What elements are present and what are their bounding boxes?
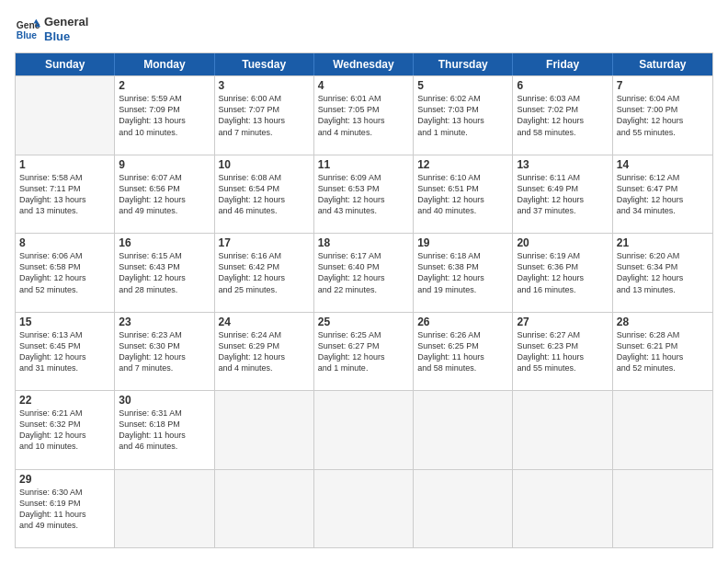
empty-cell — [513, 391, 612, 468]
day-number: 3 — [219, 79, 310, 92]
day-info: Sunrise: 6:27 AM Sunset: 6:23 PM Dayligh… — [517, 329, 608, 374]
day-cell-7: 7Sunrise: 6:04 AM Sunset: 7:00 PM Daylig… — [613, 76, 712, 154]
day-cell-17: 17Sunrise: 6:16 AM Sunset: 6:42 PM Dayli… — [215, 234, 314, 311]
day-cell-24: 24Sunrise: 6:24 AM Sunset: 6:29 PM Dayli… — [215, 313, 314, 390]
calendar-row-0: 2Sunrise: 5:59 AM Sunset: 7:09 PM Daylig… — [16, 75, 712, 154]
day-info: Sunrise: 6:25 AM Sunset: 6:27 PM Dayligh… — [318, 329, 409, 374]
day-cell-16: 16Sunrise: 6:15 AM Sunset: 6:43 PM Dayli… — [115, 234, 214, 311]
day-info: Sunrise: 6:30 AM Sunset: 6:19 PM Dayligh… — [19, 487, 110, 532]
header-day-friday: Friday — [513, 53, 612, 75]
day-info: Sunrise: 6:26 AM Sunset: 6:25 PM Dayligh… — [417, 329, 508, 374]
day-info: Sunrise: 6:02 AM Sunset: 7:03 PM Dayligh… — [417, 93, 508, 138]
empty-cell — [16, 76, 115, 154]
day-cell-14: 14Sunrise: 6:12 AM Sunset: 6:47 PM Dayli… — [613, 155, 712, 233]
day-info: Sunrise: 6:01 AM Sunset: 7:05 PM Dayligh… — [318, 93, 409, 138]
day-info: Sunrise: 6:15 AM Sunset: 6:43 PM Dayligh… — [119, 250, 210, 295]
day-info: Sunrise: 6:31 AM Sunset: 6:18 PM Dayligh… — [119, 408, 210, 453]
day-number: 4 — [318, 79, 409, 92]
calendar: SundayMondayTuesdayWednesdayThursdayFrid… — [15, 52, 713, 548]
day-info: Sunrise: 6:08 AM Sunset: 6:54 PM Dayligh… — [219, 172, 310, 217]
day-cell-25: 25Sunrise: 6:25 AM Sunset: 6:27 PM Dayli… — [314, 313, 414, 390]
empty-cell — [215, 470, 314, 547]
day-info: Sunrise: 6:10 AM Sunset: 6:51 PM Dayligh… — [417, 172, 508, 217]
day-number: 7 — [617, 79, 709, 92]
logo: General Blue General Blue — [15, 15, 88, 43]
calendar-row-3: 15Sunrise: 6:13 AM Sunset: 6:45 PM Dayli… — [16, 312, 712, 390]
day-cell-29: 29Sunrise: 6:30 AM Sunset: 6:19 PM Dayli… — [16, 470, 115, 547]
day-number: 28 — [617, 316, 709, 328]
day-number: 29 — [19, 473, 110, 486]
day-cell-5: 5Sunrise: 6:02 AM Sunset: 7:03 PM Daylig… — [414, 76, 513, 154]
empty-cell — [314, 391, 414, 468]
calendar-row-2: 8Sunrise: 6:06 AM Sunset: 6:58 PM Daylig… — [16, 233, 712, 311]
day-cell-4: 4Sunrise: 6:01 AM Sunset: 7:05 PM Daylig… — [314, 76, 414, 154]
day-info: Sunrise: 6:00 AM Sunset: 7:07 PM Dayligh… — [219, 93, 310, 138]
page: General Blue General Blue SundayMondayTu… — [0, 0, 728, 563]
day-number: 24 — [219, 316, 310, 328]
calendar-row-4: 22Sunrise: 6:21 AM Sunset: 6:32 PM Dayli… — [16, 390, 712, 468]
day-info: Sunrise: 6:17 AM Sunset: 6:40 PM Dayligh… — [318, 250, 409, 295]
day-cell-6: 6Sunrise: 6:03 AM Sunset: 7:02 PM Daylig… — [513, 76, 612, 154]
calendar-row-1: 1Sunrise: 5:58 AM Sunset: 7:11 PM Daylig… — [16, 155, 712, 233]
day-cell-13: 13Sunrise: 6:11 AM Sunset: 6:49 PM Dayli… — [513, 155, 612, 233]
day-number: 21 — [617, 236, 709, 249]
calendar-row-5: 29Sunrise: 6:30 AM Sunset: 6:19 PM Dayli… — [16, 469, 712, 547]
day-number: 15 — [19, 316, 110, 328]
day-number: 30 — [119, 394, 210, 407]
day-info: Sunrise: 6:24 AM Sunset: 6:29 PM Dayligh… — [219, 329, 310, 374]
day-cell-9: 9Sunrise: 6:07 AM Sunset: 6:56 PM Daylig… — [115, 155, 214, 233]
day-number: 11 — [318, 158, 409, 171]
day-number: 13 — [517, 158, 608, 171]
header-day-tuesday: Tuesday — [215, 53, 314, 75]
day-number: 23 — [119, 316, 210, 328]
empty-cell — [513, 470, 612, 547]
day-number: 25 — [318, 316, 409, 328]
day-cell-19: 19Sunrise: 6:18 AM Sunset: 6:38 PM Dayli… — [414, 234, 513, 311]
day-info: Sunrise: 5:59 AM Sunset: 7:09 PM Dayligh… — [119, 93, 210, 138]
day-cell-15: 15Sunrise: 6:13 AM Sunset: 6:45 PM Dayli… — [16, 313, 115, 390]
day-cell-8: 8Sunrise: 6:06 AM Sunset: 6:58 PM Daylig… — [16, 234, 115, 311]
day-info: Sunrise: 6:04 AM Sunset: 7:00 PM Dayligh… — [617, 93, 709, 138]
day-info: Sunrise: 6:13 AM Sunset: 6:45 PM Dayligh… — [19, 329, 110, 374]
day-number: 12 — [417, 158, 508, 171]
day-number: 1 — [19, 158, 110, 171]
day-cell-11: 11Sunrise: 6:09 AM Sunset: 6:53 PM Dayli… — [314, 155, 414, 233]
header: General Blue General Blue — [15, 15, 713, 43]
day-info: Sunrise: 6:16 AM Sunset: 6:42 PM Dayligh… — [219, 250, 310, 295]
day-number: 2 — [119, 79, 210, 92]
day-cell-21: 21Sunrise: 6:20 AM Sunset: 6:34 PM Dayli… — [613, 234, 712, 311]
calendar-body: 2Sunrise: 5:59 AM Sunset: 7:09 PM Daylig… — [16, 75, 712, 547]
day-number: 26 — [417, 316, 508, 328]
day-number: 19 — [417, 236, 508, 249]
day-cell-20: 20Sunrise: 6:19 AM Sunset: 6:36 PM Dayli… — [513, 234, 612, 311]
empty-cell — [613, 470, 712, 547]
empty-cell — [115, 470, 214, 547]
header-day-saturday: Saturday — [613, 53, 712, 75]
day-info: Sunrise: 6:12 AM Sunset: 6:47 PM Dayligh… — [617, 172, 709, 217]
day-cell-10: 10Sunrise: 6:08 AM Sunset: 6:54 PM Dayli… — [215, 155, 314, 233]
header-day-monday: Monday — [115, 53, 214, 75]
day-number: 10 — [219, 158, 310, 171]
day-number: 9 — [119, 158, 210, 171]
header-day-sunday: Sunday — [16, 53, 115, 75]
day-number: 5 — [417, 79, 508, 92]
day-info: Sunrise: 6:23 AM Sunset: 6:30 PM Dayligh… — [119, 329, 210, 374]
empty-cell — [215, 391, 314, 468]
day-cell-27: 27Sunrise: 6:27 AM Sunset: 6:23 PM Dayli… — [513, 313, 612, 390]
day-cell-12: 12Sunrise: 6:10 AM Sunset: 6:51 PM Dayli… — [414, 155, 513, 233]
day-info: Sunrise: 6:18 AM Sunset: 6:38 PM Dayligh… — [417, 250, 508, 295]
day-info: Sunrise: 6:28 AM Sunset: 6:21 PM Dayligh… — [617, 329, 709, 374]
empty-cell — [314, 470, 414, 547]
day-number: 18 — [318, 236, 409, 249]
logo-text-general: General — [44, 15, 88, 29]
day-number: 14 — [617, 158, 709, 171]
day-cell-3: 3Sunrise: 6:00 AM Sunset: 7:07 PM Daylig… — [215, 76, 314, 154]
day-info: Sunrise: 6:06 AM Sunset: 6:58 PM Dayligh… — [19, 250, 110, 295]
empty-cell — [414, 470, 513, 547]
header-day-thursday: Thursday — [414, 53, 513, 75]
day-info: Sunrise: 6:07 AM Sunset: 6:56 PM Dayligh… — [119, 172, 210, 217]
day-cell-18: 18Sunrise: 6:17 AM Sunset: 6:40 PM Dayli… — [314, 234, 414, 311]
day-cell-23: 23Sunrise: 6:23 AM Sunset: 6:30 PM Dayli… — [115, 313, 214, 390]
day-info: Sunrise: 6:21 AM Sunset: 6:32 PM Dayligh… — [19, 408, 110, 453]
calendar-header: SundayMondayTuesdayWednesdayThursdayFrid… — [16, 53, 712, 75]
